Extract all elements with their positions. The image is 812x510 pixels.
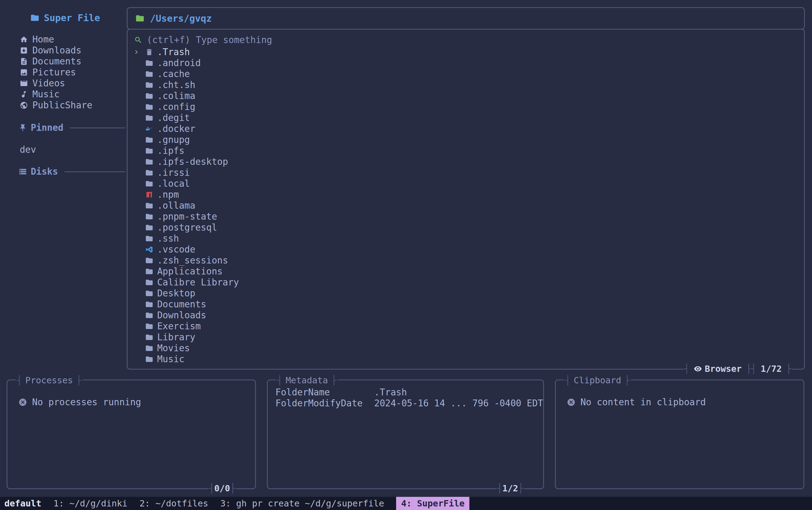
file-icon	[145, 59, 153, 67]
file-row[interactable]: Movies	[133, 343, 804, 354]
processes-counter: 0/0	[208, 482, 236, 494]
disks-section-header: Disks	[7, 166, 125, 177]
file-row[interactable]: .ipfs	[133, 145, 804, 156]
metadata-value: .Trash	[374, 387, 407, 398]
file-row[interactable]: .ollama	[133, 200, 804, 211]
file-row[interactable]: .Trash	[133, 47, 804, 58]
clipboard-panel: Clipboard No content in clipboard	[555, 380, 804, 489]
file-icon	[145, 103, 153, 111]
browser-mode-label: Browser	[705, 363, 742, 374]
file-icon	[145, 245, 153, 253]
main-file-panel: /Users/gvqz (ctrl+f) Type something .Tra…	[127, 7, 805, 370]
tmux-window[interactable]: 3: gh pr create ~/d/g/superfile	[220, 497, 384, 510]
metadata-value: 2024-05-16 14 ... 796 -0400 EDT	[374, 398, 543, 409]
sidebar-item[interactable]: Downloads	[7, 45, 125, 56]
file-row[interactable]: Calibre Library	[133, 277, 804, 288]
pinned-list: dev	[7, 144, 125, 155]
file-name: Music	[157, 354, 184, 365]
file-row[interactable]: .cache	[133, 68, 804, 80]
file-row[interactable]: .ssh	[133, 233, 804, 244]
file-row[interactable]: .irssi	[133, 167, 804, 178]
sidebar-item[interactable]: Home	[7, 34, 125, 45]
sidebar-item-label: Pictures	[32, 67, 76, 78]
sidebar-item-label: Home	[32, 34, 54, 45]
search-input[interactable]: (ctrl+f) Type something	[134, 34, 804, 46]
file-icon	[145, 267, 153, 276]
file-name: Calibre Library	[157, 277, 239, 288]
current-path: /Users/gvqz	[150, 13, 212, 24]
pinned-section-header: Pinned	[7, 122, 125, 133]
pinned-item[interactable]: dev	[7, 144, 125, 155]
file-row[interactable]: .local	[133, 178, 804, 189]
file-name: .cache	[157, 68, 190, 80]
metadata-counter: 1/2	[496, 482, 524, 494]
pin-icon	[19, 124, 27, 132]
file-row[interactable]: .pnpm-state	[133, 211, 804, 222]
sidebar-item[interactable]: Pictures	[7, 67, 125, 78]
selection-cursor-icon	[133, 48, 140, 56]
cross-circle-icon	[567, 398, 576, 407]
sidebar-item[interactable]: PublicShare	[7, 100, 125, 111]
file-row[interactable]: Downloads	[133, 310, 804, 321]
file-icon	[145, 234, 153, 243]
file-name: Applications	[157, 266, 223, 277]
file-name: Movies	[157, 343, 190, 354]
metadata-row: FolderName .Trash	[276, 387, 543, 398]
tmux-window[interactable]: 4: SuperFile	[396, 497, 469, 510]
file-row[interactable]: Exercism	[133, 321, 804, 332]
file-list: .Trash .android .cache	[127, 47, 804, 365]
file-row[interactable]: Desktop	[133, 288, 804, 299]
file-row[interactable]: .cht.sh	[133, 80, 804, 90]
tmux-session-name[interactable]: default	[4, 497, 41, 510]
folder-icon	[30, 13, 39, 23]
file-row[interactable]: Library	[133, 332, 804, 343]
file-name: .ollama	[157, 200, 195, 211]
sidebar-item[interactable]: Music	[7, 89, 125, 100]
file-icon	[145, 202, 153, 210]
file-row[interactable]: .vscode	[133, 244, 804, 255]
sidebar-item-icon	[20, 90, 28, 98]
file-icon	[145, 125, 153, 133]
metadata-key: FolderName	[276, 387, 374, 398]
processes-panel: Processes No processes running 0/0	[7, 380, 256, 489]
file-row[interactable]: .docker	[133, 123, 804, 134]
file-name: .zsh_sessions	[157, 255, 228, 266]
file-name: .ipfs	[157, 145, 184, 156]
sidebar: Super File Home Downloads Documents Pict…	[7, 7, 125, 177]
tmux-window-list: 1: ~/d/g/dinki2: ~/dotfiles3: gh pr crea…	[54, 497, 470, 510]
file-row[interactable]: .ipfs-desktop	[133, 156, 804, 167]
file-row[interactable]: .npm	[133, 189, 804, 200]
file-icon	[145, 169, 153, 177]
sidebar-item-label: PublicShare	[32, 100, 92, 111]
sidebar-item[interactable]: Documents	[7, 56, 125, 67]
tmux-window[interactable]: 2: ~/dotfiles	[140, 497, 208, 510]
file-icon	[145, 278, 153, 287]
file-name: .postgresql	[157, 222, 217, 233]
sidebar-item[interactable]: Videos	[7, 78, 125, 89]
cursor-gutter	[133, 48, 145, 56]
file-icon	[145, 70, 153, 78]
disks-section-label: Disks	[31, 166, 58, 177]
tmux-window[interactable]: 1: ~/d/g/dinki	[54, 497, 127, 510]
sidebar-item-icon	[20, 46, 28, 55]
file-row[interactable]: .colima	[133, 90, 804, 101]
file-icon	[145, 322, 153, 330]
file-row[interactable]: .config	[133, 101, 804, 113]
sidebar-item-label: Music	[32, 89, 60, 100]
file-row[interactable]: .android	[133, 58, 804, 68]
pinned-item-label: dev	[20, 144, 36, 155]
path-bar: /Users/gvqz	[127, 7, 805, 30]
file-name: .irssi	[157, 167, 190, 178]
file-row[interactable]: Documents	[133, 299, 804, 310]
file-row[interactable]: .postgresql	[133, 222, 804, 233]
file-row[interactable]: Applications	[133, 266, 804, 277]
metadata-panel: Metadata FolderName .Trash FolderModifyD…	[267, 380, 544, 489]
file-name: .vscode	[157, 244, 195, 255]
file-browser-panel: (ctrl+f) Type something .Trash .android	[127, 29, 805, 370]
folder-icon	[135, 14, 145, 23]
file-row[interactable]: .zsh_sessions	[133, 255, 804, 266]
cross-circle-icon	[19, 398, 27, 407]
file-row[interactable]: .degit	[133, 113, 804, 123]
file-row[interactable]: .gnupg	[133, 134, 804, 145]
file-name: .docker	[157, 123, 195, 134]
